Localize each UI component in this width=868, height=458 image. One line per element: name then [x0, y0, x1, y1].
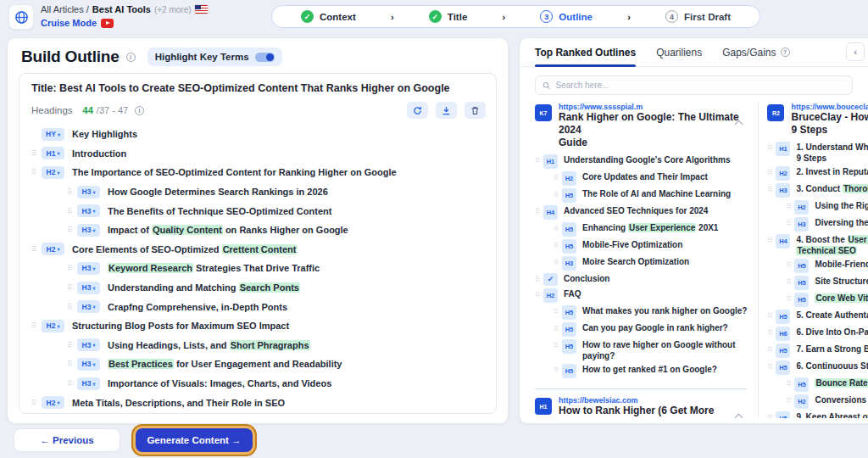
- outline-row[interactable]: ⠿H3▾Importance of Visuals: Images, Chart…: [67, 374, 496, 394]
- drag-handle-icon[interactable]: ⠿: [535, 206, 543, 217]
- ranked-outline-item[interactable]: ⠿H5Mobile-Friendeness: [786, 259, 868, 273]
- drag-handle-icon[interactable]: ⠿: [767, 412, 776, 418]
- tab-gaps-gains[interactable]: Gaps/Gains?: [722, 38, 789, 66]
- ranked-outline-item[interactable]: ⠿H2Core Updates and Their Impact: [554, 171, 747, 186]
- outline-row[interactable]: ⠿H3▾The Benefits of Technique SEO-Optimi…: [67, 201, 496, 221]
- drag-handle-icon[interactable]: ⠿: [767, 142, 776, 154]
- ranked-outline-item[interactable]: ⠿H3Moire Search Optimization: [554, 256, 747, 271]
- ranked-outline-item[interactable]: ⠿H2Using the Right Keyword Research To: [786, 200, 868, 215]
- drag-handle-icon[interactable]: ⠿: [786, 293, 794, 304]
- heading-level-badge[interactable]: H3▾: [77, 204, 100, 217]
- ranked-outline-item[interactable]: ⠿H66. Dive Into On-Page SEO Best Practic…: [767, 327, 868, 341]
- ranked-outline-item[interactable]: ⠿H2Conversions: [786, 394, 868, 409]
- ranked-outline-item[interactable]: ⠿H5Core Web Vitals: [786, 293, 868, 307]
- drag-handle-icon[interactable]: ⠿: [554, 257, 562, 268]
- ranked-outline-item[interactable]: ⠿H4Advanced SEO Techniques for 2024: [535, 205, 747, 220]
- info-icon[interactable]: i: [126, 53, 136, 62]
- breadcrumb-extra[interactable]: (+2 more): [154, 5, 192, 14]
- previous-button[interactable]: ← Previous: [14, 428, 120, 452]
- drag-handle-icon[interactable]: ⠿: [67, 283, 77, 292]
- drag-handle-icon[interactable]: ⠿: [786, 260, 794, 271]
- drag-handle-icon[interactable]: ⠿: [67, 379, 77, 388]
- ranked-outline-item[interactable]: ⠿H5Site Structure: [786, 276, 868, 290]
- outline-row[interactable]: ⠿H2▾Core Elements of SEO-Optimized Crett…: [31, 240, 496, 260]
- tab-top-ranked-outlines[interactable]: Top Ranked Outlines: [535, 38, 636, 66]
- outline-row[interactable]: ⠿H3▾Using Headings, Lists, and Short Phr…: [67, 336, 496, 355]
- drag-handle-icon[interactable]: ⠿: [554, 172, 562, 183]
- ranked-outline-item[interactable]: ⠿H59. Keep Abreast of the Latest SEO Tre…: [767, 411, 868, 418]
- cruise-mode[interactable]: Cruise Mode: [41, 18, 114, 28]
- delete-outline-button[interactable]: [465, 102, 486, 119]
- drag-handle-icon[interactable]: ⠿: [554, 323, 562, 334]
- drag-handle-icon[interactable]: ⠿: [31, 321, 42, 330]
- drag-handle-icon[interactable]: ⠿: [31, 149, 42, 158]
- drag-handle-icon[interactable]: ⠿: [554, 340, 562, 351]
- step-context[interactable]: ✓Context: [301, 10, 356, 23]
- heading-level-badge[interactable]: H2▾: [42, 166, 64, 179]
- ranked-outline-item[interactable]: ⠿H55. Create Authentative, High Quality …: [767, 310, 868, 324]
- ranked-outline-item[interactable]: ⠿H57. Earn a Strong Backlink Profile: [767, 344, 868, 358]
- drag-handle-icon[interactable]: ⠿: [31, 399, 42, 407]
- outline-row[interactable]: ⠿HY▾Key Highlights: [31, 125, 496, 144]
- highlight-key-terms-toggle[interactable]: [255, 53, 275, 62]
- drag-handle-icon[interactable]: ⠿: [767, 310, 776, 321]
- heading-level-badge[interactable]: H1▾: [42, 147, 64, 159]
- outline-row[interactable]: ⠿H3▾Best Practices for User Engagement a…: [67, 355, 496, 374]
- heading-level-badge[interactable]: H2▾: [42, 243, 64, 255]
- ranked-outline-item[interactable]: ⠿✓Conclusion: [535, 273, 747, 286]
- ranked-outline-item[interactable]: ⠿H44. Boost the User Experience ThroughT…: [767, 234, 868, 256]
- drag-handle-icon[interactable]: ⠿: [554, 189, 562, 200]
- drag-handle-icon[interactable]: ⠿: [67, 341, 77, 349]
- drag-handle-icon[interactable]: ⠿: [67, 187, 77, 196]
- heading-level-badge[interactable]: H3▾: [77, 338, 100, 351]
- drag-handle-icon[interactable]: ⠿: [554, 240, 562, 251]
- heading-level-badge[interactable]: H3▾: [77, 282, 100, 294]
- outline-row[interactable]: ⠿H3▾Keyword Research Strategies That Dri…: [67, 259, 496, 278]
- drag-handle-icon[interactable]: ⠿: [554, 365, 562, 376]
- ranked-outline-item[interactable]: ⠿H33. Conduct Thorough Keyword Research: [767, 183, 868, 198]
- ranked-outline-item[interactable]: ⠿H5Bounce Rate and Session Insights: [786, 377, 868, 392]
- outline-row[interactable]: ⠿H3▾Impact of Quality Content on Ranks H…: [67, 221, 496, 240]
- outline-row[interactable]: ⠿H2▾Meta Titals, Descriptions, and Their…: [31, 393, 496, 412]
- source-url-link[interactable]: https://www.sssspial.m: [559, 103, 747, 111]
- headings-info-icon[interactable]: i: [135, 106, 144, 115]
- download-outline-button[interactable]: [436, 102, 457, 119]
- step-first-draft[interactable]: 4First Draft: [665, 10, 731, 23]
- drag-handle-icon[interactable]: ⠿: [67, 207, 77, 215]
- drag-handle-icon[interactable]: ⠿: [67, 264, 77, 272]
- drag-handle-icon[interactable]: ⠿: [767, 361, 776, 372]
- drag-handle-icon[interactable]: ⠿: [767, 344, 776, 355]
- drag-handle-icon[interactable]: ⠿: [786, 276, 794, 288]
- drag-handle-icon[interactable]: ⠿: [786, 378, 794, 389]
- ranked-outline-item[interactable]: ⠿H5How to rave higher on Google withoutp…: [554, 339, 747, 361]
- heading-level-badge[interactable]: HY▾: [42, 128, 64, 141]
- collapse-panel-button[interactable]: ‹: [846, 42, 865, 61]
- drag-handle-icon[interactable]: ⠿: [767, 184, 776, 195]
- heading-level-badge[interactable]: H3▾: [77, 262, 100, 275]
- drag-handle-icon[interactable]: ⠿: [767, 235, 776, 246]
- ranked-outline-item[interactable]: ⠿H2FAQ: [535, 288, 747, 303]
- heading-level-badge[interactable]: H3▾: [77, 377, 100, 390]
- drag-handle-icon[interactable]: ⠿: [767, 167, 776, 178]
- outline-row[interactable]: ⠿H3▾Crapfng Comprehensive, in-Depth Pont…: [67, 297, 496, 316]
- outline-row[interactable]: ⠿H3▾Understanding and Matching Search Po…: [67, 278, 496, 298]
- ranked-outline-item[interactable]: ⠿H5The Role of AI and Machine Learning: [554, 188, 747, 203]
- outline-row[interactable]: ⠿H2▾Structuring Blog Posts for Maximum S…: [31, 316, 496, 336]
- refresh-outline-button[interactable]: [407, 102, 428, 119]
- drag-handle-icon[interactable]: ⠿: [554, 306, 562, 317]
- drag-handle-icon[interactable]: ⠿: [767, 327, 776, 338]
- ranked-outline-item[interactable]: ⠿H56. Continuouus Startlier Performance: [767, 360, 868, 375]
- drag-handle-icon[interactable]: ⠿: [67, 303, 77, 311]
- ranked-outline-item[interactable]: ⠿H5Can you pay Google in rank higher?: [554, 322, 747, 337]
- ranked-outline-item[interactable]: ⠿H5Enhancing User Experience 20X1: [554, 222, 747, 237]
- app-logo[interactable]: [8, 4, 34, 30]
- ranked-outline-item[interactable]: ⠿H3Diversing the Right Keywords: [786, 217, 868, 232]
- heading-level-badge[interactable]: H3▾: [77, 224, 100, 237]
- tab-quariliens[interactable]: Quariliens: [656, 38, 702, 66]
- ranked-outline-item[interactable]: ⠿H5How to get ranked #1 on Google?: [554, 364, 747, 378]
- drag-handle-icon[interactable]: ⠿: [786, 218, 794, 229]
- drag-handle-icon[interactable]: ⠿: [535, 274, 543, 285]
- outline-row[interactable]: ⠿H3▾How to Write Compelling Meta Tatas: [67, 412, 496, 414]
- heading-level-badge[interactable]: H2▾: [42, 396, 64, 409]
- search-input[interactable]: [556, 81, 845, 90]
